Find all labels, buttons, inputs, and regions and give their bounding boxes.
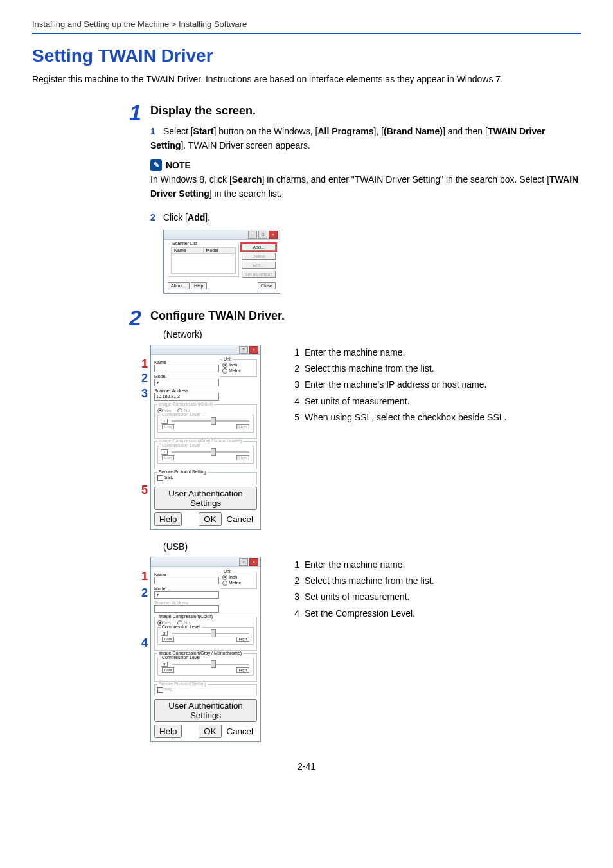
about-button[interactable]: About... bbox=[168, 282, 190, 289]
model-select[interactable] bbox=[154, 379, 219, 386]
callout-4-usb: 4 bbox=[141, 637, 148, 650]
help-icon[interactable]: ? bbox=[239, 346, 248, 354]
inch-radio[interactable] bbox=[222, 363, 227, 368]
step2-heading: Configure TWAIN Driver. bbox=[150, 309, 581, 323]
secure-protocol-label: Secure Protocol Setting bbox=[157, 469, 208, 474]
user-auth-button[interactable]: User Authentication Settings bbox=[154, 699, 257, 722]
scanner-list-label: Scanner List bbox=[171, 241, 199, 246]
set-default-button[interactable]: Set as default bbox=[242, 271, 276, 278]
step1-heading: Display the screen. bbox=[150, 104, 581, 118]
step1-sub2: 2 Click [Add]. bbox=[150, 210, 581, 224]
ok-button[interactable]: OK bbox=[199, 512, 221, 526]
sub-num: 1 bbox=[150, 124, 161, 138]
metric-radio[interactable] bbox=[222, 581, 227, 586]
note-text: In Windows 8, click [Search] in charms, … bbox=[150, 172, 581, 201]
compression-slider[interactable] bbox=[211, 629, 216, 637]
note-box: NOTE In Windows 8, click [Search] in cha… bbox=[150, 159, 581, 201]
img-comp-gray-label: Image Compression(Gray / Monochrome) bbox=[157, 439, 243, 443]
ssl-checkbox bbox=[157, 687, 163, 693]
help-button[interactable]: Help bbox=[154, 725, 182, 738]
model-select[interactable] bbox=[154, 591, 219, 599]
cancel-button[interactable]: Cancel bbox=[223, 514, 258, 525]
twain-config-dialog-network: ?× Name Model Scanner Address 10.180.81.… bbox=[150, 345, 261, 530]
ok-button[interactable]: OK bbox=[199, 725, 221, 738]
page-title: Setting TWAIN Driver bbox=[32, 46, 581, 66]
sub-num: 2 bbox=[150, 210, 161, 224]
scanner-list-dialog: – □ × Scanner List Name Model bbox=[163, 230, 280, 294]
cancel-button[interactable]: Cancel bbox=[223, 726, 258, 737]
scanner-address-input[interactable]: 10.180.81.3 bbox=[154, 393, 219, 401]
close-dialog-button[interactable]: Close bbox=[258, 282, 276, 289]
img-comp-color-label: Image Compression(Color) bbox=[157, 402, 214, 406]
secure-protocol-label: Secure Protocol Setting bbox=[157, 682, 208, 686]
twain-config-dialog-usb: ?× Name Model Scanner Address Unit Inch bbox=[150, 557, 261, 742]
usb-callout-list: 1Enter the machine name. 2Select this ma… bbox=[292, 557, 434, 742]
close-button[interactable]: × bbox=[249, 558, 258, 566]
close-button[interactable]: × bbox=[269, 231, 278, 239]
unit-group: Unit Inch Metric bbox=[220, 572, 257, 589]
intro-text: Register this machine to the TWAIN Drive… bbox=[32, 73, 581, 86]
add-button[interactable]: Add... bbox=[242, 244, 276, 251]
col-name[interactable]: Name bbox=[172, 248, 204, 253]
close-button[interactable]: × bbox=[249, 346, 258, 354]
maximize-button[interactable]: □ bbox=[258, 231, 267, 239]
step1-sub1: 1 Select [Start] button on the Windows, … bbox=[150, 124, 581, 153]
callout-1-usb: 1 bbox=[141, 570, 148, 583]
callout-2-usb: 2 bbox=[141, 586, 148, 600]
network-caption: (Network) bbox=[163, 329, 581, 339]
user-auth-button[interactable]: User Authentication Settings bbox=[154, 487, 257, 510]
scanner-address-label: Scanner Address bbox=[154, 601, 257, 605]
note-label: NOTE bbox=[166, 160, 191, 170]
inch-radio[interactable] bbox=[222, 575, 227, 580]
img-comp-color-label: Image Compression(Color) bbox=[157, 614, 214, 619]
callout-3: 3 bbox=[141, 387, 148, 401]
page-number: 2-41 bbox=[32, 761, 581, 772]
edit-button[interactable]: Edit... bbox=[242, 262, 276, 269]
step-number-1: 1 bbox=[116, 102, 150, 294]
delete-button[interactable]: Delete bbox=[242, 253, 276, 260]
network-callout-list: 1Enter the machine name. 2Select this ma… bbox=[292, 345, 506, 530]
help-icon[interactable]: ? bbox=[239, 558, 248, 566]
callout-2: 2 bbox=[141, 372, 148, 385]
col-model[interactable]: Model bbox=[204, 248, 236, 253]
callout-5: 5 bbox=[141, 484, 148, 497]
name-input[interactable] bbox=[154, 365, 219, 372]
scanner-address-input bbox=[154, 605, 219, 613]
img-comp-gray-label: Image Compression(Gray / Monochrome) bbox=[157, 651, 243, 655]
help-button[interactable]: Help bbox=[154, 512, 182, 526]
minimize-button[interactable]: – bbox=[248, 231, 257, 239]
unit-group: Unit Inch Metric bbox=[220, 359, 257, 377]
callout-1: 1 bbox=[141, 357, 148, 371]
note-icon bbox=[150, 159, 162, 171]
help-button[interactable]: Help bbox=[191, 282, 206, 289]
breadcrumb: Installing and Setting up the Machine > … bbox=[32, 19, 581, 34]
ssl-checkbox[interactable] bbox=[157, 475, 163, 481]
usb-caption: (USB) bbox=[163, 541, 581, 552]
compression-slider-gray[interactable] bbox=[211, 660, 216, 668]
scanner-list-area[interactable] bbox=[171, 254, 236, 274]
scanner-address-label: Scanner Address bbox=[154, 388, 257, 393]
name-input[interactable] bbox=[154, 577, 219, 584]
metric-radio[interactable] bbox=[222, 368, 227, 374]
